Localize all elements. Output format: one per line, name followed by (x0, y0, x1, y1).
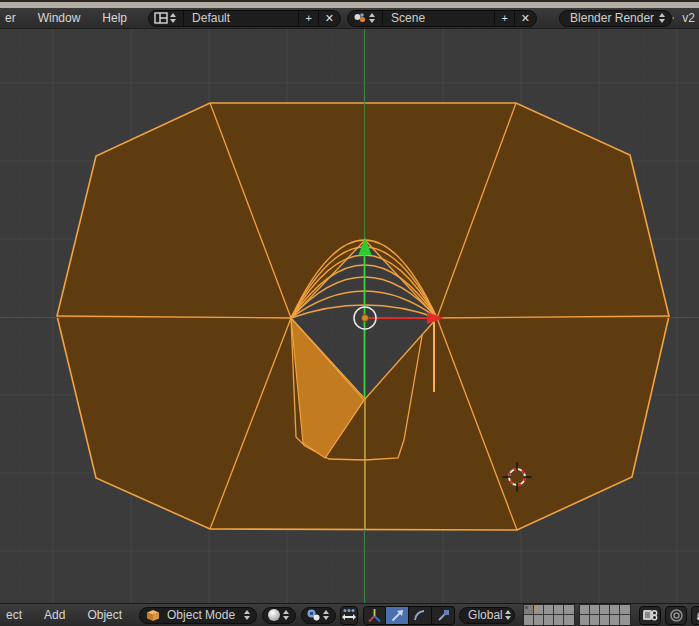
center-points-icon (341, 608, 357, 622)
layer-group-1 (523, 604, 575, 626)
render-engine-selector[interactable]: Blender Render (559, 10, 672, 27)
screen-layout-browse-button[interactable] (149, 11, 183, 26)
transform-orientation-selector[interactable]: Global (459, 607, 515, 624)
pivot-point-selector[interactable] (301, 607, 336, 624)
chevron-updown-icon (168, 13, 178, 23)
3d-viewport[interactable] (0, 29, 699, 603)
scale-square-icon (436, 608, 451, 623)
shading-sphere-icon (267, 608, 281, 622)
layer-button[interactable] (590, 605, 600, 615)
layer-button[interactable] (554, 605, 564, 615)
menu-select[interactable]: ect (2, 608, 33, 622)
layer-group-2 (579, 604, 631, 626)
screen-layout-icon (154, 12, 168, 24)
mode-name: Object Mode (167, 608, 235, 622)
rotate-arc-icon (413, 608, 428, 623)
lock-to-scene-toggle[interactable] (639, 606, 661, 625)
viewport-header: ect Add Object Object Mode (0, 603, 699, 626)
layer-button[interactable] (524, 605, 534, 615)
layer-button[interactable] (600, 615, 610, 625)
translate-manipulator-button[interactable] (386, 606, 409, 625)
chevron-updown-icon (503, 610, 513, 620)
chevron-updown-icon (657, 13, 667, 23)
menu-help[interactable]: Help (91, 11, 138, 25)
menu-object[interactable]: Object (76, 608, 133, 622)
translate-arrow-icon (390, 608, 405, 623)
scene-close-button[interactable]: ✕ (514, 11, 536, 26)
layer-button[interactable] (544, 605, 554, 615)
rotate-manipulator-button[interactable] (409, 606, 432, 625)
scene-name[interactable]: Scene (382, 11, 494, 26)
layer-button[interactable] (620, 605, 630, 615)
pivot-median-icon (306, 608, 321, 622)
layer-button[interactable] (534, 615, 544, 625)
scene-icon (353, 12, 367, 24)
proportional-circle-icon (669, 608, 684, 623)
layer-button[interactable] (590, 615, 600, 625)
layer-button[interactable] (580, 605, 590, 615)
screen-layout-selector: Default + ✕ (148, 10, 341, 27)
viewport-canvas (0, 29, 699, 603)
layer-button[interactable] (524, 615, 534, 625)
lock-chain-icon (642, 608, 658, 622)
layer-button[interactable] (620, 615, 630, 625)
magnet-icon (695, 608, 699, 623)
info-header: er Window Help Default + ✕ (0, 0, 699, 29)
version-label: v2 (676, 11, 699, 25)
chevron-updown-icon (242, 610, 252, 620)
object-origin-dot (362, 315, 369, 322)
proportional-edit-toggle[interactable] (665, 606, 687, 625)
menu-window[interactable]: Window (27, 11, 92, 25)
layer-button[interactable] (564, 605, 574, 615)
viewport-shading-selector[interactable] (262, 607, 296, 624)
screen-layout-close-button[interactable]: ✕ (318, 11, 340, 26)
snap-toggle[interactable] (691, 606, 699, 625)
render-engine-name: Blender Render (570, 11, 654, 25)
scale-manipulator-button[interactable] (432, 606, 455, 625)
scene-add-button[interactable]: + (494, 11, 513, 26)
header-tool-icons (639, 606, 699, 625)
chevron-updown-icon (321, 610, 331, 620)
axis-tripod-icon (367, 608, 382, 623)
mode-selector[interactable]: Object Mode (139, 607, 257, 624)
layer-button[interactable] (610, 615, 620, 625)
screen-layout-name[interactable]: Default (183, 11, 298, 26)
manipulator-buttons (363, 606, 455, 625)
window-top-strip (0, 0, 699, 8)
menu-add[interactable]: Add (33, 608, 76, 622)
menu-render[interactable]: er (2, 11, 27, 25)
orientation-name: Global (468, 608, 503, 622)
info-bar: er Window Help Default + ✕ (0, 8, 699, 29)
chevron-updown-icon (281, 610, 291, 620)
layer-button[interactable] (544, 615, 554, 625)
layer-button[interactable] (580, 615, 590, 625)
layer-button[interactable] (610, 605, 620, 615)
blender-logo-icon (672, 9, 674, 27)
object-mode-cube-icon (146, 609, 160, 622)
layer-button[interactable] (534, 605, 544, 615)
layer-button[interactable] (600, 605, 610, 615)
scene-selector: Scene + ✕ (347, 10, 537, 27)
manipulator-axes-toggle[interactable] (363, 606, 386, 625)
scene-browse-button[interactable] (348, 11, 382, 26)
screen-layout-add-button[interactable]: + (298, 11, 317, 26)
manipulate-centers-toggle[interactable] (340, 606, 358, 625)
layer-button[interactable] (564, 615, 574, 625)
blender-window: er Window Help Default + ✕ (0, 0, 699, 626)
layer-button[interactable] (554, 615, 564, 625)
chevron-updown-icon (367, 13, 377, 23)
layers-widget (523, 604, 631, 626)
